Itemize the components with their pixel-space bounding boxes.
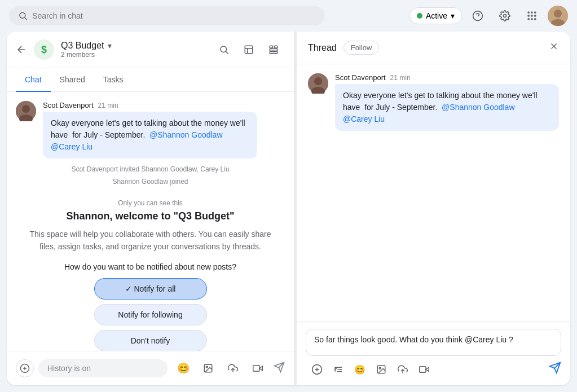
message-bubble: Okay everyone let's get to talking about… xyxy=(43,112,257,158)
send-icon xyxy=(274,362,285,373)
layout-icon xyxy=(244,45,254,55)
top-bar-right: Active ▾ xyxy=(409,5,568,27)
settings-button[interactable] xyxy=(494,5,516,27)
reply-input-box[interactable]: So far things look good. What do you thi… xyxy=(306,329,561,356)
main-content: $ Q3 Budget ▾ 2 members xyxy=(7,32,570,385)
message-meta: Scot Davenport 21 min xyxy=(43,101,285,109)
avatar[interactable] xyxy=(548,6,568,26)
svg-point-43 xyxy=(314,77,322,85)
chat-messages: Scot Davenport 21 min Okay everyone let'… xyxy=(7,92,294,351)
svg-rect-24 xyxy=(275,46,278,48)
svg-marker-55 xyxy=(426,367,429,372)
thread-msg-bubble: Okay everyone let's get to talking about… xyxy=(335,84,559,131)
send-icon xyxy=(549,362,561,374)
svg-rect-13 xyxy=(534,18,536,20)
format-icon xyxy=(333,364,343,375)
reply-video-button[interactable] xyxy=(415,360,433,378)
svg-point-18 xyxy=(221,46,227,52)
dont-notify-button[interactable]: Don't notify xyxy=(94,330,207,351)
svg-rect-23 xyxy=(270,46,272,48)
message-time: 21 min xyxy=(98,102,118,109)
message-content: Scot Davenport 21 min Okay everyone let'… xyxy=(43,101,285,158)
format-text-button[interactable] xyxy=(329,360,347,378)
more-options-button[interactable] xyxy=(262,38,285,61)
top-bar: Active ▾ xyxy=(0,0,577,32)
reply-emoji-button[interactable]: 😊 xyxy=(351,360,369,378)
reply-image-button[interactable] xyxy=(372,360,390,378)
image-icon xyxy=(376,364,386,375)
chat-input-bar: History is on 😊 xyxy=(7,351,294,385)
svg-rect-20 xyxy=(245,46,253,54)
thread-reply-bar: So far things look good. What do you thi… xyxy=(297,321,570,385)
active-label: Active xyxy=(426,11,447,20)
search-icon xyxy=(219,45,229,55)
apps-button[interactable] xyxy=(521,5,543,27)
thread-mention-shannon: @Shannon Goodlaw xyxy=(442,103,514,112)
channel-members: 2 members xyxy=(61,51,206,59)
svg-point-34 xyxy=(206,366,208,368)
help-button[interactable] xyxy=(466,5,489,27)
avatar xyxy=(308,73,328,94)
menu-icon xyxy=(268,45,279,55)
tab-tasks[interactable]: Tasks xyxy=(94,68,133,92)
notify-question: How do you want to be notified about new… xyxy=(29,262,271,271)
close-thread-button[interactable] xyxy=(549,41,559,54)
emoji-button[interactable]: 😊 xyxy=(172,357,195,380)
svg-rect-56 xyxy=(420,367,426,373)
reply-upload-button[interactable] xyxy=(394,360,412,378)
gear-icon xyxy=(499,10,510,21)
reply-input-text[interactable]: So far things look good. What do you thi… xyxy=(314,335,553,344)
reply-toolbar: 😊 xyxy=(306,360,561,378)
send-button[interactable] xyxy=(274,362,285,376)
scot-thread-avatar-img xyxy=(308,73,328,94)
tab-shared[interactable]: Shared xyxy=(51,68,94,92)
svg-marker-36 xyxy=(259,366,262,371)
message-group: Scot Davenport 21 min Okay everyone let'… xyxy=(16,101,285,158)
header-actions xyxy=(213,38,285,61)
welcome-title: Shannon, welcome to "Q3 Budget" xyxy=(29,210,271,222)
svg-rect-5 xyxy=(528,12,530,14)
thread-msg-time: 21 min xyxy=(390,74,411,82)
thread-title: Thread xyxy=(308,43,337,53)
thread-msg-meta: Scot Davenport 21 min xyxy=(335,73,559,82)
follow-button[interactable]: Follow xyxy=(343,41,380,55)
svg-line-19 xyxy=(226,51,228,54)
channel-icon: $ xyxy=(34,39,54,60)
checkmark-icon: ✓ xyxy=(125,284,134,293)
svg-rect-11 xyxy=(528,18,530,20)
channel-info: Q3 Budget ▾ 2 members xyxy=(61,41,206,59)
system-message-join: Shannon Goodlaw joined xyxy=(16,178,285,186)
search-icon xyxy=(18,11,28,21)
active-status-button[interactable]: Active ▾ xyxy=(409,7,462,24)
plus-circle-icon xyxy=(311,364,323,375)
back-button[interactable] xyxy=(16,44,27,55)
svg-point-4 xyxy=(504,15,506,17)
reply-send-button[interactable] xyxy=(549,362,561,377)
svg-rect-25 xyxy=(270,49,278,51)
thread-header: Thread Follow xyxy=(297,32,570,64)
thread-messages: Scot Davenport 21 min Okay everyone let'… xyxy=(297,64,570,321)
notify-for-all-button[interactable]: ✓ Notify for all xyxy=(94,278,207,299)
video-button[interactable] xyxy=(246,357,269,380)
scot-avatar-img xyxy=(16,101,36,121)
search-channel-button[interactable] xyxy=(213,38,235,61)
image-button[interactable] xyxy=(197,357,219,380)
svg-rect-26 xyxy=(270,52,278,54)
svg-line-1 xyxy=(25,17,27,20)
welcome-card: Only you can see this Shannon, welcome t… xyxy=(16,190,285,351)
tab-chat[interactable]: Chat xyxy=(16,68,51,92)
upload-button[interactable] xyxy=(222,357,244,380)
back-icon xyxy=(16,44,27,55)
add-content-button[interactable] xyxy=(16,359,34,377)
layout-button[interactable] xyxy=(237,38,260,61)
chevron-down-icon: ▾ xyxy=(451,11,455,20)
notify-for-following-button[interactable]: Notify for following xyxy=(94,304,207,325)
svg-rect-37 xyxy=(253,365,259,372)
svg-point-28 xyxy=(22,105,30,113)
search-box[interactable] xyxy=(9,6,325,25)
right-panel: Thread Follow Sco xyxy=(297,32,570,385)
search-input[interactable] xyxy=(32,11,316,20)
image-icon xyxy=(203,363,213,373)
reply-add-button[interactable] xyxy=(308,360,326,378)
message-input[interactable]: History is on xyxy=(38,359,168,377)
